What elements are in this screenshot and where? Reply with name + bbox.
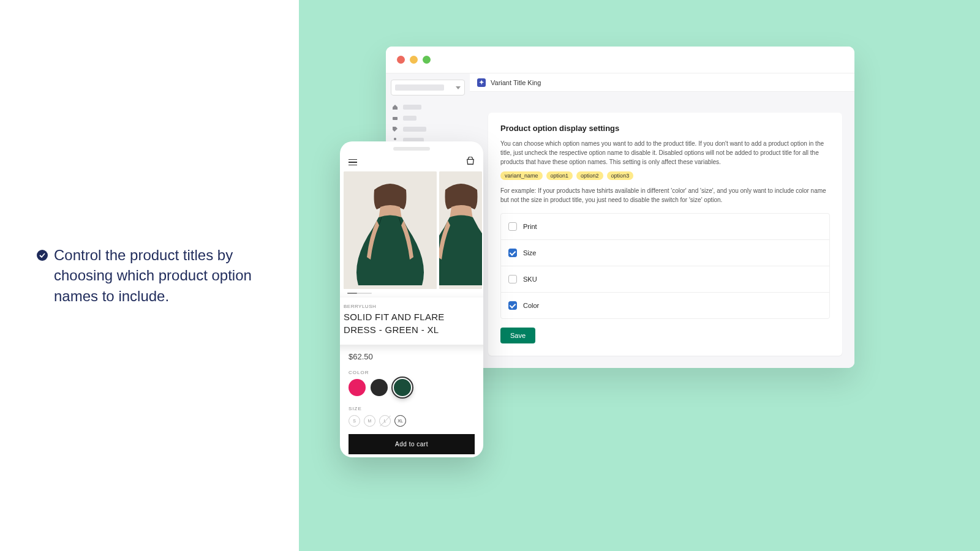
option-label: Print	[523, 223, 537, 230]
marketing-copy-panel: Control the product titles by choosing w…	[0, 0, 299, 551]
store-selector[interactable]	[391, 80, 465, 96]
size-option-m[interactable]: M	[364, 415, 375, 427]
gallery-scroll-indicator	[347, 293, 372, 294]
chevron-down-icon	[456, 86, 461, 89]
window-titlebar	[386, 47, 854, 73]
phone-preview: BERRYLUSH SOLID FIT AND FLARE DRESS - GR…	[340, 141, 483, 457]
card-description: You can choose which option names you wa…	[500, 139, 830, 167]
product-image-secondary[interactable]	[439, 171, 482, 289]
settings-card: Product option display settings You can …	[488, 113, 842, 356]
maximize-window-icon[interactable]	[423, 56, 431, 64]
size-option-l[interactable]: L	[379, 415, 391, 427]
card-example-text: For example: If your products have tshir…	[500, 186, 830, 204]
sidebar-item-home[interactable]	[391, 102, 465, 113]
svg-rect-0	[393, 117, 398, 120]
option-label: SKU	[523, 276, 537, 283]
option-row-print[interactable]: Print	[501, 214, 829, 240]
size-option-s[interactable]: S	[349, 415, 360, 427]
variable-tags: variant_name option1 option2 option3	[500, 171, 830, 180]
svg-point-1	[394, 138, 396, 140]
product-title: SOLID FIT AND FLARE DRESS - GREEN - XL	[344, 310, 480, 336]
size-options: S M L XL	[340, 415, 483, 427]
option-label: Color	[523, 302, 539, 309]
app-header: ✦ Variant Title King	[470, 73, 854, 92]
add-to-cart-button[interactable]: Add to cart	[349, 434, 475, 454]
card-heading: Product option display settings	[500, 124, 830, 133]
checkbox[interactable]	[508, 222, 517, 231]
app-logo-icon: ✦	[477, 78, 486, 87]
minimize-window-icon[interactable]	[410, 56, 418, 64]
tag: option2	[576, 171, 603, 180]
check-circle-icon	[37, 250, 48, 261]
headline-text: Control the product titles by choosing w…	[54, 245, 262, 307]
save-button[interactable]: Save	[500, 328, 535, 343]
color-swatches	[340, 379, 483, 397]
close-window-icon[interactable]	[397, 56, 405, 64]
checkbox[interactable]	[508, 275, 517, 283]
option-row-size[interactable]: Size	[501, 240, 829, 266]
product-brand: BERRYLUSH	[344, 304, 480, 309]
option-list: Print Size SKU Color	[500, 213, 830, 319]
sidebar-item-orders[interactable]	[391, 113, 465, 124]
inbox-icon	[392, 115, 398, 121]
home-icon	[392, 104, 398, 110]
product-image[interactable]	[344, 171, 437, 289]
tag: variant_name	[500, 171, 543, 180]
store-header	[340, 157, 483, 171]
option-row-color[interactable]: Color	[501, 293, 829, 318]
app-title: Variant Title King	[491, 79, 541, 86]
option-label: Size	[523, 249, 536, 257]
color-section-label: COLOR	[349, 370, 475, 375]
tag: option1	[546, 171, 573, 180]
product-price: $62.50	[349, 352, 475, 361]
size-section-label: SIZE	[349, 406, 475, 411]
product-gallery[interactable]	[340, 171, 483, 289]
product-title-card: BERRYLUSH SOLID FIT AND FLARE DRESS - GR…	[340, 298, 483, 345]
sidebar-item-products[interactable]	[391, 124, 465, 135]
tag-icon	[392, 126, 398, 132]
size-option-xl[interactable]: XL	[394, 415, 406, 427]
color-swatch-black[interactable]	[371, 379, 388, 396]
cart-icon[interactable]	[466, 157, 475, 168]
menu-icon[interactable]	[349, 159, 357, 166]
phone-notch	[393, 147, 430, 151]
checkbox[interactable]	[508, 249, 517, 257]
tag: option3	[607, 171, 634, 180]
option-row-sku[interactable]: SKU	[501, 266, 829, 293]
color-swatch-pink[interactable]	[349, 379, 366, 396]
color-swatch-green[interactable]	[393, 378, 412, 397]
checkbox[interactable]	[508, 301, 517, 310]
